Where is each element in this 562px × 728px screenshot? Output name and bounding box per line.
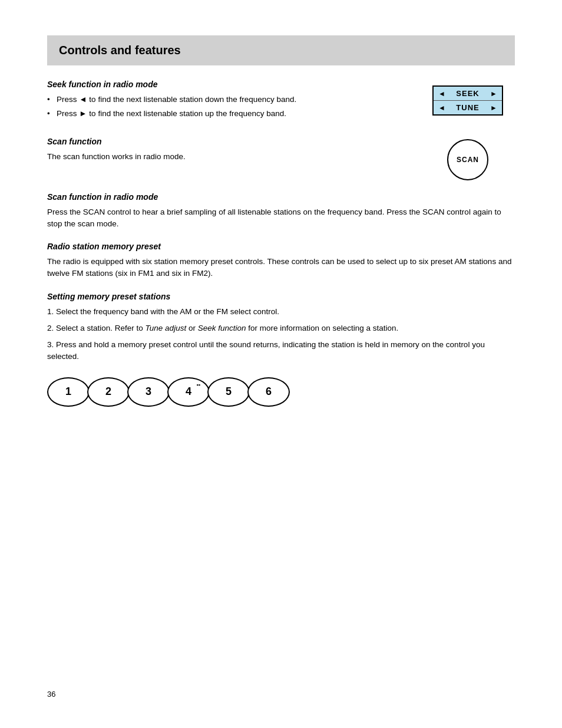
preset-button-1[interactable]: 1 [47,377,90,407]
scan-radio-title: Scan function in radio mode [47,192,515,202]
tune-right-arrow: ► [490,104,497,112]
setting-memory-section: Setting memory preset stations 1. Select… [47,292,515,363]
tune-label: TUNE [448,103,488,112]
scan-widget-col: SCAN [421,137,515,180]
page-number: 36 [47,690,55,699]
step-1: 1. Select the frequency band with the AM… [47,306,515,318]
preset-button-6[interactable]: 6 [247,377,290,407]
seek-bullet-2: Press ► to find the next listenable stat… [47,108,409,120]
seek-widget-col: ◄ SEEK ► ◄ TUNE ► [421,80,515,116]
memory-indicator-icon: ▪▪ [197,382,200,388]
page: Controls and features Seek function in r… [0,0,562,728]
scan-body-text: The scan function works in radio mode. [47,151,409,163]
scan-button-widget: SCAN [447,139,488,180]
tune-left-arrow: ◄ [438,104,445,112]
preset-label-6: 6 [266,386,272,398]
scan-section: Scan function The scan function works in… [47,137,515,180]
preset-label-2: 2 [105,386,111,398]
seek-section: Seek function in radio mode Press ◄ to f… [47,80,515,125]
preset-label-5: 5 [226,386,232,398]
seek-row: ◄ SEEK ► [434,87,502,101]
step2-italic1: Tune adjust [146,324,187,332]
header-band: Controls and features [47,35,515,65]
scan-button-label: SCAN [457,156,479,164]
preset-label-3: 3 [146,386,151,398]
scan-text-col: Scan function The scan function works in… [47,137,421,166]
radio-preset-body: The radio is equipped with six station m… [47,256,515,280]
step-2: 2. Select a station. Refer to Tune adjus… [47,322,515,334]
tune-row: ◄ TUNE ► [434,101,502,114]
preset-buttons-row: 123▪▪456 [47,377,515,407]
scan-radio-section: Scan function in radio mode Press the SC… [47,192,515,230]
scan-radio-body: Press the SCAN control to hear a brief s… [47,206,515,230]
seek-bullet-list: Press ◄ to find the next listenable stat… [47,94,409,120]
seek-text-col: Seek function in radio mode Press ◄ to f… [47,80,421,125]
step2-mid: or [186,324,198,332]
seek-tune-widget: ◄ SEEK ► ◄ TUNE ► [432,85,503,116]
seek-left-arrow: ◄ [438,90,445,98]
setting-memory-title: Setting memory preset stations [47,292,515,301]
preset-button-2[interactable]: 2 [87,377,130,407]
preset-button-5[interactable]: 5 [207,377,250,407]
radio-preset-title: Radio station memory preset [47,242,515,251]
radio-preset-section: Radio station memory preset The radio is… [47,242,515,280]
step2-prefix: 2. Select a station. Refer to [47,324,146,332]
preset-button-3[interactable]: 3 [127,377,170,407]
preset-label-4: 4 [186,386,191,398]
step-3: 3. Press and hold a memory preset contro… [47,339,515,363]
seek-bullet-1: Press ◄ to find the next listenable stat… [47,94,409,106]
preset-button-4[interactable]: ▪▪4 [167,377,210,407]
scan-section-title: Scan function [47,137,409,146]
seek-right-arrow: ► [490,90,497,98]
page-title: Controls and features [59,44,503,57]
seek-section-title: Seek function in radio mode [47,80,409,89]
preset-label-1: 1 [65,386,71,398]
seek-label: SEEK [448,89,488,98]
step2-suffix: for more information on selecting a stat… [246,324,398,332]
step2-italic2: Seek function [198,324,246,332]
